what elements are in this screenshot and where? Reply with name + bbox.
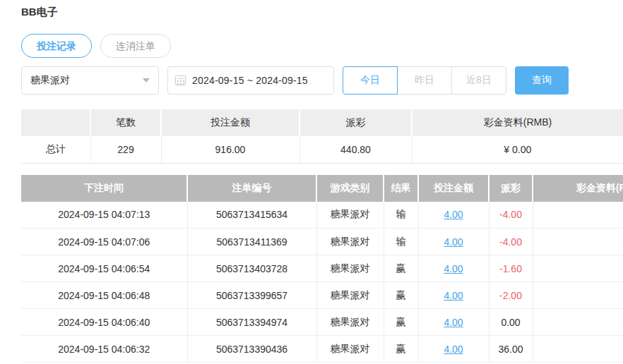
summary-table: 笔数 投注金额 派彩 彩金资料(RMB) 总计 229 916.00 440.8… [21, 109, 623, 164]
cell-result: 输 [384, 202, 418, 229]
cell-time: 2024-09-15 04:06:48 [21, 282, 187, 309]
bet-amount-link[interactable]: 4.00 [444, 317, 463, 328]
records-header-row: 下注时间 注单编号 游戏类别 结果 投注金额 派彩 彩金资料(RMB) [21, 175, 623, 202]
cell-time: 2024-09-15 04:06:54 [21, 255, 187, 282]
cell-game: 糖果派对 [316, 336, 384, 363]
cell-payout: -2.00 [489, 282, 533, 309]
bet-amount-link[interactable]: 4.00 [444, 209, 463, 220]
cell-game: 糖果派对 [316, 202, 384, 229]
table-row: 2024-09-15 04:06:54 5063713403728 糖果派对 赢… [21, 255, 623, 282]
cell-game: 糖果派对 [316, 255, 384, 282]
records-header-time: 下注时间 [21, 175, 187, 202]
cell-time: 2024-09-15 04:06:40 [21, 309, 187, 336]
cell-bonus [533, 202, 623, 229]
cell-order-id: 5063713415634 [187, 202, 316, 229]
cell-order-id: 5063713394974 [187, 309, 316, 336]
cell-game: 糖果派对 [316, 282, 384, 309]
summary-header-bet-amount: 投注金额 [161, 109, 299, 136]
bet-amount-link[interactable]: 4.00 [444, 344, 463, 355]
cell-order-id: 5063713390436 [187, 336, 316, 363]
summary-header-empty [21, 109, 90, 136]
cell-time: 2024-09-15 04:07:06 [21, 229, 187, 255]
cell-result: 赢 [384, 336, 418, 363]
page: BB电子 投注记录 连消注单 糖果派对 2024-09-15 ~ 2024-09… [0, 0, 623, 363]
bet-amount-link[interactable]: 4.00 [444, 290, 463, 301]
cell-game: 糖果派对 [316, 229, 384, 255]
records-table: 下注时间 注单编号 游戏类别 结果 投注金额 派彩 彩金资料(RMB) 2024… [21, 175, 623, 363]
bet-amount-link[interactable]: 4.00 [444, 263, 463, 274]
summary-total-count: 229 [90, 136, 161, 163]
cell-bonus [533, 255, 623, 282]
cell-result: 赢 [384, 309, 418, 336]
records-header-payout: 派彩 [489, 175, 533, 202]
last-8-days-button[interactable]: 近8日 [451, 66, 506, 95]
cell-bonus [533, 336, 623, 363]
records-header-order-id: 注单编号 [187, 175, 316, 202]
cell-bonus [533, 229, 623, 255]
game-select[interactable]: 糖果派对 [21, 66, 159, 95]
date-range-input[interactable]: 2024-09-15 ~ 2024-09-15 [167, 66, 334, 95]
records-header-result: 结果 [384, 175, 418, 202]
tab-bar: 投注记录 连消注单 [21, 34, 623, 58]
cell-bonus [533, 309, 623, 336]
cell-order-id: 5063713403728 [187, 255, 316, 282]
cell-result: 赢 [384, 255, 418, 282]
summary-total-bet-amount: 916.00 [161, 136, 299, 163]
cell-order-id: 5063713399657 [187, 282, 316, 309]
cell-time: 2024-09-15 04:06:32 [21, 336, 187, 363]
tab-bet-records[interactable]: 投注记录 [21, 34, 92, 58]
records-header-game: 游戏类别 [316, 175, 384, 202]
summary-total-payout: 440.80 [299, 136, 412, 163]
cell-time: 2024-09-15 04:07:13 [21, 202, 187, 229]
bet-amount-link[interactable]: 4.00 [444, 236, 463, 248]
summary-header-payout: 派彩 [299, 109, 412, 136]
chevron-down-icon [143, 78, 150, 83]
date-range-value: 2024-09-15 ~ 2024-09-15 [192, 75, 308, 86]
summary-total-row: 总计 229 916.00 440.80 ¥ 0.00 [21, 136, 623, 163]
table-row: 2024-09-15 04:07:06 5063713411369 糖果派对 输… [21, 229, 623, 255]
cell-payout: -4.00 [489, 229, 533, 255]
filter-bar: 糖果派对 2024-09-15 ~ 2024-09-15 今日 昨日 近8日 查… [21, 66, 623, 95]
cell-result: 输 [384, 229, 418, 255]
table-row: 2024-09-15 04:06:48 5063713399657 糖果派对 赢… [21, 282, 623, 309]
cell-payout: -4.00 [489, 202, 533, 229]
yesterday-button[interactable]: 昨日 [397, 66, 452, 95]
summary-header-row: 笔数 投注金额 派彩 彩金资料(RMB) [21, 109, 623, 136]
table-row: 2024-09-15 04:07:13 5063713415634 糖果派对 输… [21, 202, 623, 229]
cell-payout: 36.00 [489, 336, 533, 363]
summary-total-label: 总计 [21, 136, 90, 163]
quick-date-group: 今日 昨日 近8日 [343, 66, 506, 95]
calendar-icon [175, 75, 186, 85]
records-header-bonus: 彩金资料(RMB) [533, 175, 623, 202]
tab-cancelled-orders[interactable]: 连消注单 [100, 34, 171, 58]
table-row: 2024-09-15 04:06:32 5063713390436 糖果派对 赢… [21, 336, 623, 363]
cell-result: 赢 [384, 282, 418, 309]
search-button[interactable]: 查询 [515, 66, 569, 95]
page-title: BB电子 [21, 0, 623, 18]
table-row: 2024-09-15 04:06:40 5063713394974 糖果派对 赢… [21, 309, 623, 336]
summary-total-bonus: ¥ 0.00 [412, 136, 623, 163]
cell-bonus [533, 282, 623, 309]
cell-payout: -1.60 [489, 255, 533, 282]
game-select-value: 糖果派对 [30, 74, 138, 87]
today-button[interactable]: 今日 [343, 66, 398, 95]
cell-game: 糖果派对 [316, 309, 384, 336]
summary-header-count: 笔数 [90, 109, 161, 136]
cell-order-id: 5063713411369 [187, 229, 316, 255]
summary-header-bonus: 彩金资料(RMB) [412, 109, 623, 136]
cell-payout: 0.00 [489, 309, 533, 336]
records-header-bet: 投注金额 [418, 175, 489, 202]
